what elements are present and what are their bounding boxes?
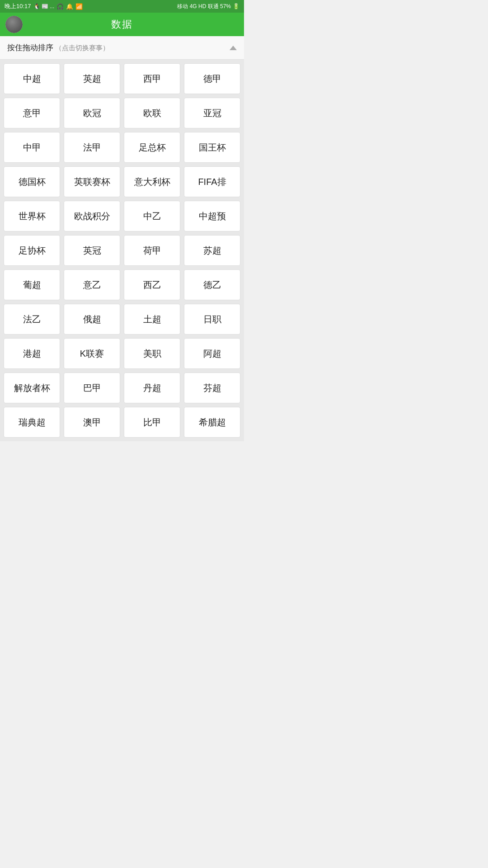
battery-icon: 🔋 (233, 3, 239, 9)
section-sub-text: （点击切换赛事） (55, 44, 109, 52)
league-item[interactable]: 亚冠 (184, 98, 240, 128)
league-item[interactable]: 足协杯 (4, 235, 60, 266)
league-item[interactable]: 西乙 (124, 269, 180, 300)
league-item[interactable]: 世界杯 (4, 201, 60, 231)
status-time: 晚上10:17 🐧 📰 ... 🎧 🔔 📶 (5, 2, 83, 10)
league-item[interactable]: 土超 (124, 304, 180, 335)
league-item[interactable]: 意甲 (4, 98, 60, 128)
league-item[interactable]: 日职 (184, 304, 240, 335)
notification-icons: 🐧 📰 ... (33, 3, 55, 9)
league-item[interactable]: 德甲 (184, 63, 240, 94)
league-item[interactable]: 欧战积分 (64, 201, 120, 231)
league-item[interactable]: 欧联 (124, 98, 180, 128)
avatar[interactable] (5, 16, 23, 33)
league-item[interactable]: 德国杯 (4, 166, 60, 197)
league-item[interactable]: 丹超 (124, 373, 180, 403)
league-item[interactable]: 瑞典超 (4, 407, 60, 438)
league-item[interactable]: 荷甲 (124, 235, 180, 266)
page-title: 数据 (111, 18, 133, 31)
league-item[interactable]: 中超 (4, 63, 60, 94)
wifi-icon: 📶 (75, 3, 83, 10)
league-item[interactable]: 阿超 (184, 338, 240, 369)
league-item[interactable]: 英冠 (64, 235, 120, 266)
league-item[interactable]: 英超 (64, 63, 120, 94)
league-item[interactable]: 希腊超 (184, 407, 240, 438)
league-item[interactable]: 西甲 (124, 63, 180, 94)
league-item[interactable]: FIFA排 (184, 166, 240, 197)
alarm-icon: 🔔 (66, 3, 73, 10)
chevron-up-icon[interactable] (230, 46, 237, 50)
league-item[interactable]: 美职 (124, 338, 180, 369)
league-item[interactable]: 英联赛杯 (64, 166, 120, 197)
league-item[interactable]: 俄超 (64, 304, 120, 335)
league-item[interactable]: 澳甲 (64, 407, 120, 438)
league-grid: 中超英超西甲德甲意甲欧冠欧联亚冠中甲法甲足总杯国王杯德国杯英联赛杯意大利杯FIF… (0, 60, 244, 441)
league-item[interactable]: 中甲 (4, 132, 60, 163)
league-item[interactable]: 法乙 (4, 304, 60, 335)
league-item[interactable]: 意大利杯 (124, 166, 180, 197)
league-item[interactable]: 比甲 (124, 407, 180, 438)
league-item[interactable]: 巴甲 (64, 373, 120, 403)
league-item[interactable]: 欧冠 (64, 98, 120, 128)
section-header-text-group: 按住拖动排序 （点击切换赛事） (7, 42, 109, 53)
league-item[interactable]: 法甲 (64, 132, 120, 163)
league-item[interactable]: 葡超 (4, 269, 60, 300)
section-header[interactable]: 按住拖动排序 （点击切换赛事） (0, 36, 244, 60)
league-item[interactable]: 足总杯 (124, 132, 180, 163)
league-item[interactable]: 中乙 (124, 201, 180, 231)
league-item[interactable]: 苏超 (184, 235, 240, 266)
app-header: 数据 (0, 13, 244, 36)
league-item[interactable]: K联赛 (64, 338, 120, 369)
league-item[interactable]: 国王杯 (184, 132, 240, 163)
headphone-icon: 🎧 (56, 3, 64, 10)
league-item[interactable]: 港超 (4, 338, 60, 369)
league-item[interactable]: 德乙 (184, 269, 240, 300)
league-item[interactable]: 芬超 (184, 373, 240, 403)
section-main-text: 按住拖动排序 (7, 43, 53, 52)
league-item[interactable]: 中超预 (184, 201, 240, 231)
avatar-image (5, 16, 23, 33)
league-item[interactable]: 解放者杯 (4, 373, 60, 403)
status-bar: 晚上10:17 🐧 📰 ... 🎧 🔔 📶 移动 4G HD 联通 57% 🔋 (0, 0, 244, 13)
league-item[interactable]: 意乙 (64, 269, 120, 300)
status-right: 移动 4G HD 联通 57% 🔋 (177, 3, 239, 10)
